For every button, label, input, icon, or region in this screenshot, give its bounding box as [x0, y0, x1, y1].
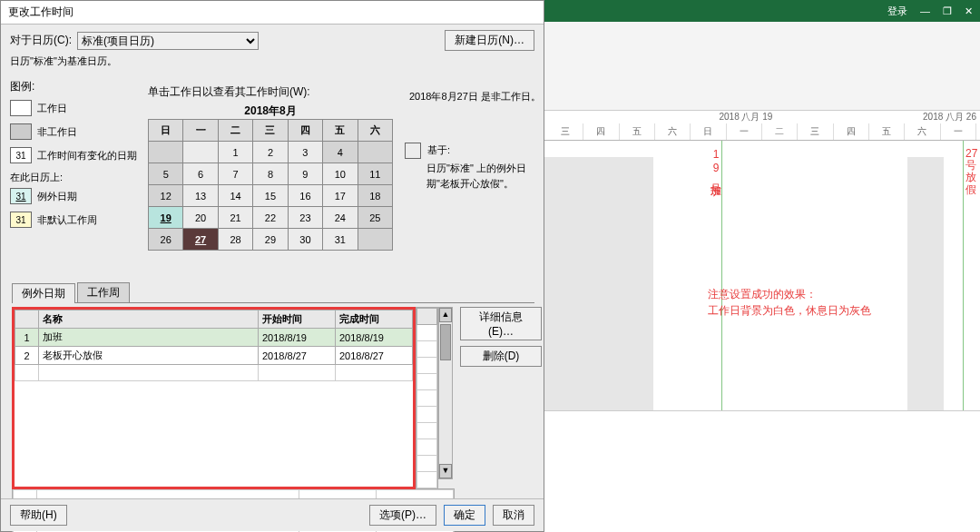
calendar-grid[interactable]: 日 一 二 三 四 五 六 1 2 3 4 5 6 7 8 9	[148, 119, 393, 251]
swatch-nonwork-icon	[10, 123, 32, 140]
for-calendar-label: 对于日历(C):	[10, 33, 72, 48]
calendar-select[interactable]: 标准(项目日历)	[77, 32, 259, 50]
legend-workday: 工作日	[37, 102, 67, 115]
delete-button[interactable]: 删除(D)	[460, 346, 542, 367]
based-on-swatch-icon	[405, 143, 421, 159]
ribbon	[544, 22, 980, 111]
scroll-down-icon[interactable]: ▼	[439, 464, 452, 478]
gantt-area[interactable]: 19号加班 27号放假 注意设置成功的效果： 工作日背景为白色，休息日为灰色	[544, 141, 980, 413]
window-restore-icon[interactable]: ❐	[943, 5, 952, 17]
date-status: 2018年8月27日 是非工作日。	[409, 90, 541, 103]
swatch-workday-icon	[10, 100, 32, 116]
help-button[interactable]: 帮助(H)	[10, 505, 67, 526]
col-finish: 完成时间	[336, 310, 413, 329]
project-panel: 登录 — ❐ ✕ . 2018 八月 19 2018 八月 26 三 四 五 六…	[544, 0, 980, 532]
swatch-changed-icon: 31	[10, 147, 32, 163]
timeline-marker	[721, 141, 722, 413]
col-name: 名称	[39, 310, 259, 329]
new-calendar-button[interactable]: 新建日历(N)…	[445, 30, 534, 51]
legend-title: 图例:	[10, 79, 137, 94]
task-overtime: 19号加班	[708, 148, 723, 178]
table-row[interactable]: 2 老板开心放假 2018/8/27 2018/8/27	[15, 347, 413, 365]
login-link[interactable]: 登录	[887, 5, 907, 18]
change-working-time-dialog: 更改工作时间 对于日历(C): 标准(项目日历) 新建日历(N)… 日历"标准"…	[0, 0, 544, 532]
dialog-footer: 帮助(H) 选项(P)… 确定 取消	[1, 498, 544, 531]
scroll-thumb[interactable]	[440, 324, 451, 360]
scrollbar[interactable]: ▲ ▼	[438, 307, 453, 479]
based-on-text: 日历"标准" 上的例外日期"老板开心放假"。	[426, 161, 532, 191]
window-minimize-icon[interactable]: —	[920, 5, 930, 16]
col-start: 开始时间	[259, 310, 336, 329]
table-row[interactable]: 1 加班 2018/8/19 2018/8/19	[15, 329, 413, 347]
tabstrip: 例外日期 工作周	[12, 282, 534, 303]
options-button[interactable]: 选项(P)…	[369, 505, 436, 526]
window-close-icon[interactable]: ✕	[965, 5, 973, 17]
legend-exception: 例外日期	[37, 190, 77, 203]
tab-workweeks[interactable]: 工作周	[77, 282, 130, 302]
timeline-date-right: 2018 八月 26	[923, 111, 976, 123]
cancel-button[interactable]: 取消	[493, 505, 534, 526]
on-this-calendar-label: 在此日历上:	[10, 171, 137, 184]
lower-pane	[544, 410, 980, 423]
timeline-header: . 2018 八月 19 2018 八月 26 三 四 五 六 日 一 二 三 …	[544, 111, 980, 141]
ok-button[interactable]: 确定	[444, 505, 485, 526]
legend-nondefault: 非默认工作周	[37, 213, 97, 227]
timeline-date-left: 2018 八月 19	[719, 111, 772, 123]
calendar-month: 2018年8月	[148, 103, 393, 119]
swatch-exception-icon: 31	[10, 188, 32, 204]
tab-exceptions[interactable]: 例外日期	[12, 283, 75, 303]
timeline-marker	[963, 141, 964, 413]
project-titlebar: 登录 — ❐ ✕	[544, 0, 980, 22]
cal-day-19[interactable]: 19	[149, 207, 183, 229]
based-on: 基于: 日历"标准" 上的例外日期"老板开心放假"。	[405, 143, 532, 191]
annotation-note: 注意设置成功的效果： 工作日背景为白色，休息日为灰色	[708, 286, 871, 319]
legend-changed: 工作时间有变化的日期	[37, 149, 137, 163]
calendar-section: 单击工作日以查看其工作时间(W): 2018年8月 日 一 二 三 四 五 六 …	[148, 84, 393, 251]
calendar-caption: 单击工作日以查看其工作时间(W):	[148, 84, 393, 100]
swatch-nondefault-icon: 31	[10, 212, 32, 228]
based-on-label: 基于:	[427, 144, 450, 155]
exceptions-table: 名称 开始时间 完成时间 1 加班 2018/8/19 2018/8/19 2	[12, 307, 416, 489]
scroll-up-icon[interactable]: ▲	[439, 308, 452, 322]
legend-nonwork: 非工作日	[37, 125, 77, 139]
details-button[interactable]: 详细信息(E)…	[460, 307, 542, 340]
task-holiday: 27号放假	[965, 148, 978, 196]
exceptions-section: 例外日期 工作周 名称 开始时间 完成时间 1 加班	[12, 282, 534, 532]
legend: 图例: 工作日 非工作日 31工作时间有变化的日期 在此日历上: 31例外日期 …	[10, 79, 137, 228]
cal-day-27[interactable]: 27	[183, 229, 218, 251]
base-calendar-text: 日历"标准"为基准日历。	[10, 54, 534, 68]
dialog-title: 更改工作时间	[1, 1, 544, 25]
